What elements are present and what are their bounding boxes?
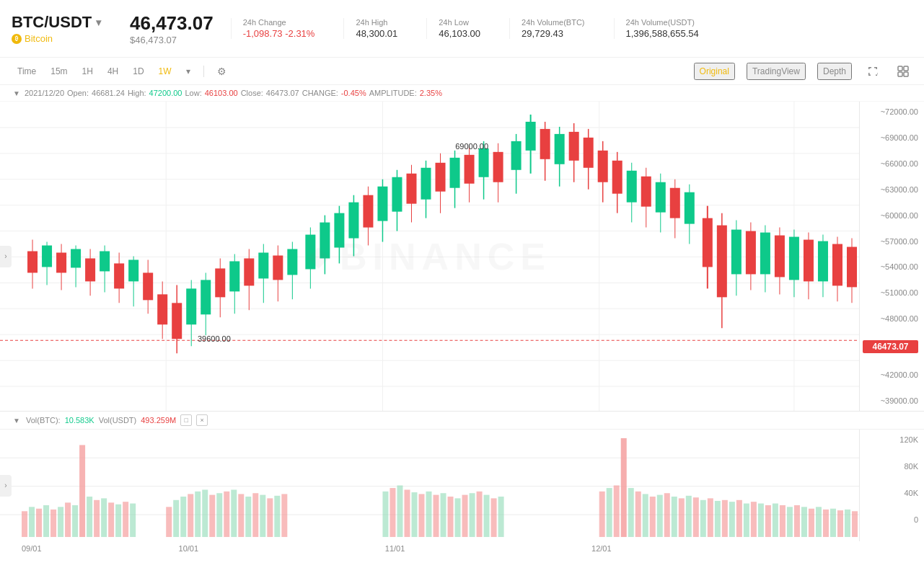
svg-rect-195 [657, 495, 663, 537]
svg-rect-178 [441, 493, 446, 537]
svg-rect-164 [245, 497, 251, 537]
change-label: CHANGE: [302, 89, 338, 97]
collapse-arrow[interactable]: ▼ [12, 88, 22, 98]
svg-rect-208 [751, 502, 757, 537]
svg-rect-147 [94, 500, 100, 537]
view-depth[interactable]: Depth [817, 63, 852, 80]
svg-rect-76 [436, 163, 446, 192]
svg-rect-183 [477, 492, 483, 537]
svg-rect-184 [484, 495, 490, 537]
svg-rect-66 [363, 195, 373, 228]
svg-rect-126 [804, 240, 814, 282]
interval-1h[interactable]: 1H [76, 64, 99, 79]
svg-rect-84 [493, 152, 503, 182]
pair-bitcoin[interactable]: ₿ Bitcoin [12, 33, 113, 44]
pair-name[interactable]: BTC/USDT ▾ [12, 13, 113, 32]
grid-icon[interactable] [894, 62, 912, 81]
chart-yaxis: ~72000.00 ~69000.00 ~66000.00 ~63000.00 … [859, 102, 924, 411]
svg-rect-218 [823, 510, 829, 537]
price-annotation-39k: 39600.00 [198, 334, 231, 343]
chart-info-bar: ▼ 2021/12/20 Open: 46681.24 High: 47200.… [0, 85, 924, 102]
svg-rect-137 [22, 511, 27, 537]
vol-sidebar-arrow[interactable]: › [0, 475, 12, 497]
vol-usdt-value: 493.259M [141, 416, 176, 425]
interval-15m[interactable]: 15m [45, 64, 73, 79]
svg-rect-104 [641, 177, 651, 207]
chart-date: 2021/12/20 [25, 89, 64, 97]
x-label-sep: 09/01 [22, 544, 179, 553]
svg-rect-196 [664, 493, 670, 537]
svg-rect-128 [818, 241, 828, 282]
svg-rect-197 [672, 497, 677, 537]
sidebar-expand-arrow[interactable]: › [0, 246, 12, 267]
header: BTC/USDT ▾ ₿ Bitcoin 46,473.07 $46,473.0… [0, 0, 924, 58]
svg-rect-44 [201, 280, 211, 314]
y-label-69k: ~69000.00 [863, 133, 918, 142]
svg-rect-155 [180, 497, 186, 537]
stat-value-low: 46,103.00 [439, 28, 480, 39]
chart-main[interactable]: › ◆ BINANCE 69000.00 39600.00 [0, 102, 859, 411]
svg-rect-72 [406, 174, 416, 204]
view-original[interactable]: Original [694, 63, 735, 80]
svg-rect-215 [801, 507, 807, 537]
svg-rect-108 [670, 188, 680, 218]
pair-info: BTC/USDT ▾ ₿ Bitcoin [12, 13, 113, 44]
svg-rect-36 [143, 272, 153, 300]
vol-usdt-label: Vol(USDT) [99, 416, 137, 425]
settings-icon[interactable]: ⚙ [211, 63, 232, 79]
expand-icon[interactable] [863, 62, 882, 81]
vol-icon-1[interactable]: □ [180, 414, 192, 426]
y-label-57k: ~57000.00 [863, 237, 918, 246]
interval-1w[interactable]: 1W [153, 64, 177, 79]
time-label[interactable]: Time [12, 64, 42, 79]
price-annotation-69k: 69000.00 [455, 142, 488, 151]
svg-rect-187 [599, 492, 605, 537]
svg-rect-54 [273, 256, 283, 280]
svg-rect-116 [731, 230, 742, 275]
stat-value-high: 48,300.01 [356, 28, 397, 39]
svg-rect-182 [470, 493, 475, 537]
svg-rect-22 [42, 246, 52, 267]
svg-rect-160 [216, 493, 222, 537]
svg-rect-118 [746, 231, 756, 275]
svg-rect-20 [27, 252, 38, 273]
svg-rect-186 [498, 497, 504, 537]
bitcoin-label: Bitcoin [25, 33, 53, 44]
svg-rect-188 [607, 488, 612, 537]
vol-icon-2[interactable]: × [196, 414, 208, 426]
interval-4h[interactable]: 4H [102, 64, 124, 79]
svg-rect-179 [448, 497, 454, 537]
svg-rect-40 [172, 303, 182, 339]
pair-dropdown-arrow[interactable]: ▾ [96, 17, 101, 28]
svg-rect-90 [540, 129, 550, 159]
interval-more[interactable]: ▾ [180, 64, 196, 79]
vol-collapse-arrow[interactable]: ▼ [12, 415, 22, 425]
volume-container: › [0, 430, 924, 541]
interval-1d[interactable]: 1D [127, 64, 149, 79]
svg-rect-1 [904, 66, 908, 71]
candle-group-sept1 [27, 240, 138, 307]
svg-rect-173 [404, 489, 410, 537]
amplitude-value: 2.35% [420, 89, 442, 97]
close-value: 46473.07 [266, 89, 299, 97]
svg-rect-92 [555, 134, 565, 164]
svg-rect-189 [614, 486, 620, 538]
svg-rect-212 [780, 505, 786, 537]
svg-rect-32 [114, 263, 124, 288]
y-label-66k: ~66000.00 [863, 159, 918, 168]
svg-rect-162 [231, 489, 237, 537]
vol-y-120k: 120K [863, 435, 918, 444]
volume-main[interactable]: › [0, 430, 859, 541]
stat-24h-low: 24h Low 46,103.00 [426, 18, 492, 39]
stat-value-change: -1,098.73 -2.31% [243, 28, 315, 39]
svg-rect-122 [775, 236, 785, 277]
y-label-72k: ~72000.00 [863, 107, 918, 116]
svg-rect-177 [434, 495, 439, 537]
view-tradingview[interactable]: TradingView [747, 63, 806, 80]
svg-rect-28 [85, 258, 95, 281]
svg-rect-151 [123, 502, 128, 537]
stat-value-vol-btc: 29,729.43 [522, 28, 584, 39]
svg-rect-80 [465, 155, 475, 184]
chart-container: › ◆ BINANCE 69000.00 39600.00 [0, 102, 924, 412]
svg-rect-203 [715, 501, 721, 537]
